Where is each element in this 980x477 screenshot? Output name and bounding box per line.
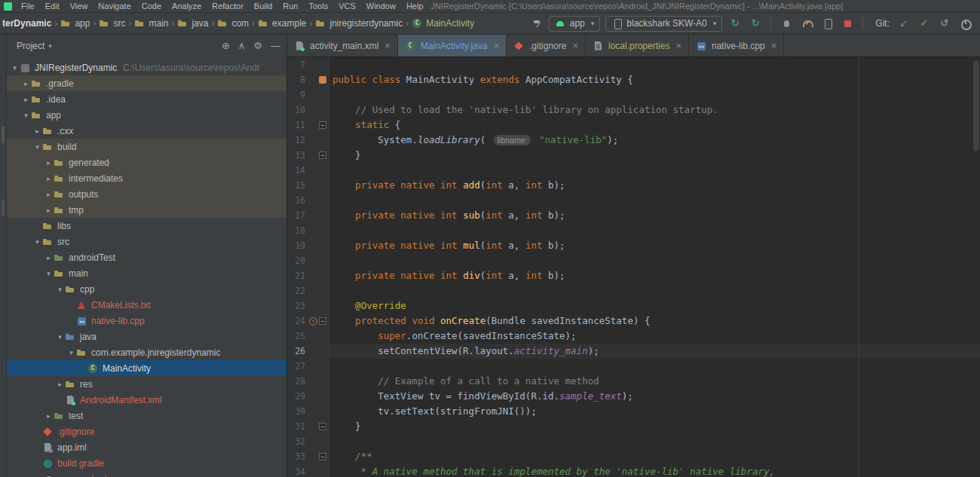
code-text[interactable] (329, 359, 980, 374)
code-text[interactable]: } (329, 419, 980, 434)
fold-marker-icon[interactable]: − (319, 317, 326, 325)
tree-expand-icon[interactable]: ▸ (44, 175, 54, 182)
close-tab-icon[interactable]: × (572, 42, 578, 50)
tree-expand-icon[interactable]: ▸ (32, 127, 42, 135)
tree-item-cmakelists-txt[interactable]: CMakeLists.txt (7, 297, 286, 313)
tab-mainactivity-java[interactable]: MainActivity.java× (398, 35, 507, 57)
hide-panel-icon[interactable]: — (271, 41, 280, 51)
code-text[interactable] (329, 223, 980, 238)
code-line-31[interactable]: 31− } (287, 419, 980, 434)
code-line-18[interactable]: 18 (287, 223, 980, 238)
menu-refactor[interactable]: Refactor (207, 1, 249, 11)
code-line-11[interactable]: 11− static { (287, 118, 980, 133)
tree-item-outputs[interactable]: ▸outputs (7, 186, 286, 202)
device-manager-icon[interactable] (819, 16, 835, 31)
code-text[interactable]: private native int mul(int a, int b); (329, 238, 980, 253)
scrollbar-thumb[interactable] (973, 60, 979, 151)
tab-native-lib-cpp[interactable]: native-lib.cpp× (689, 35, 784, 57)
tree-item-mainactivity[interactable]: MainActivity (7, 360, 286, 376)
close-tab-icon[interactable]: × (771, 42, 777, 50)
menu-tools[interactable]: Tools (303, 1, 333, 11)
tree-item-build-gradle[interactable]: build.gradle (7, 455, 286, 471)
run-configuration-selector[interactable]: app▾ (549, 16, 601, 32)
device-selector[interactable]: blackshark SKW-A0▾ (605, 16, 722, 32)
code-line-33[interactable]: 33− /** (287, 449, 980, 464)
tree-item-generated[interactable]: ▸generated (7, 154, 286, 170)
code-line-29[interactable]: 29 TextView tv = findViewById(R.id.sampl… (287, 389, 980, 404)
code-text[interactable]: static { (329, 118, 980, 133)
code-text[interactable]: protected void onCreate(Bundle savedInst… (329, 313, 980, 329)
settings-icon[interactable]: ⚙ (253, 41, 262, 51)
code-line-13[interactable]: 13− } (287, 148, 980, 163)
editor[interactable]: 78public class MainActivity extends AppC… (287, 57, 980, 477)
close-tab-icon[interactable]: × (493, 42, 499, 50)
menu-file[interactable]: File (16, 1, 40, 11)
menu-view[interactable]: View (65, 1, 93, 11)
code-text[interactable]: private native int div(int a, int b); (329, 268, 980, 283)
tree-item-gradle[interactable]: ▸.gradle (7, 75, 286, 91)
editor-scrollbar[interactable] (972, 57, 980, 477)
code-line-27[interactable]: 27 (287, 359, 980, 374)
breadcrumb-item-app[interactable]: app (59, 17, 91, 29)
tree-item-cpp[interactable]: ▾cpp (7, 281, 286, 297)
code-text[interactable]: System.loadLibrary( libname: "native-lib… (329, 133, 980, 148)
menu-code[interactable]: Code (136, 1, 167, 11)
code-text[interactable] (329, 193, 980, 208)
tree-expand-icon[interactable]: ▸ (44, 191, 54, 198)
breadcrumb-item-terdynamic[interactable]: terDynamic (1, 17, 53, 29)
code-text[interactable]: tv.setText(stringFromJNI()); (329, 404, 980, 419)
tree-expand-icon[interactable]: ▸ (44, 412, 54, 420)
code-line-32[interactable]: 32 (287, 434, 980, 449)
breadcrumb-item-com[interactable]: com (216, 17, 250, 29)
attach-debugger-icon[interactable] (779, 16, 794, 31)
tree-expand-icon[interactable]: ▾ (44, 270, 54, 277)
code-line-14[interactable]: 14 (287, 163, 980, 178)
tree-item-app-iml[interactable]: app.iml (7, 439, 286, 455)
menu-analyze[interactable]: Analyze (167, 1, 207, 11)
close-tab-icon[interactable]: × (675, 42, 681, 50)
apply-changes-icon[interactable] (727, 16, 743, 31)
code-line-15[interactable]: 15 private native int add(int a, int b); (287, 178, 980, 193)
tree-expand-icon[interactable]: ▸ (21, 96, 31, 103)
breadcrumb-item-src[interactable]: src (97, 17, 127, 29)
tree-item-com-example-jniregisterdynamic[interactable]: ▾com.example.jniregisterdynamic (7, 344, 286, 360)
code-text[interactable] (329, 434, 980, 449)
tree-expand-icon[interactable]: ▾ (55, 286, 65, 293)
tree-item-idea[interactable]: ▸.idea (7, 91, 286, 107)
code-text[interactable]: // Used to load the 'native-lib' library… (329, 102, 980, 118)
code-text[interactable] (329, 283, 980, 298)
menu-window[interactable]: Window (361, 1, 401, 11)
code-text[interactable] (329, 57, 980, 72)
menu-build[interactable]: Build (249, 1, 277, 11)
fold-marker-icon[interactable]: − (319, 423, 326, 430)
code-line-25[interactable]: 25 super.onCreate(savedInstanceState); (287, 329, 980, 344)
locate-file-icon[interactable]: ⊕ (222, 41, 230, 51)
tool-window-stripe[interactable] (0, 35, 7, 477)
tree-expand-icon[interactable]: ▾ (55, 333, 65, 341)
code-line-20[interactable]: 20 (287, 253, 980, 268)
tree-expand-icon[interactable]: ▾ (66, 349, 76, 356)
git-rollback-icon[interactable] (937, 16, 952, 31)
tab-gitignore[interactable]: .gitignore× (507, 35, 586, 57)
class-gutter-icon[interactable] (319, 76, 326, 84)
code-line-17[interactable]: 17 private native int sub(int a, int b); (287, 208, 980, 223)
code-line-9[interactable]: 9 (287, 87, 980, 102)
code-text[interactable]: setContentView(R.layout.activity_main); (329, 344, 980, 359)
code-text[interactable]: private native int add(int a, int b); (329, 178, 980, 193)
code-line-8[interactable]: 8public class MainActivity extends AppCo… (287, 72, 980, 87)
tree-item-main[interactable]: ▾main (7, 265, 286, 281)
sync-project-icon[interactable] (748, 16, 763, 31)
tree-item-androidmanifest-xml[interactable]: AndroidManifest.xml (7, 392, 286, 408)
fold-marker-icon[interactable]: − (319, 121, 326, 129)
code-line-24[interactable]: 24↑− protected void onCreate(Bundle save… (287, 313, 980, 329)
code-line-28[interactable]: 28 // Example of a call to a native meth… (287, 374, 980, 389)
tree-item-cxx[interactable]: ▸.cxx (7, 123, 286, 139)
code-text[interactable]: // Example of a call to a native method (329, 374, 980, 389)
code-line-21[interactable]: 21 private native int div(int a, int b); (287, 268, 980, 283)
collapse-all-icon[interactable]: ∧ (238, 41, 246, 51)
tree-item-proguard-rules-pro[interactable]: proguard-rules.pro (7, 471, 286, 477)
code-line-7[interactable]: 7 (287, 57, 980, 72)
code-line-19[interactable]: 19 private native int mul(int a, int b); (287, 238, 980, 253)
tree-item-native-lib-cpp[interactable]: native-lib.cpp (7, 313, 286, 329)
tree-expand-icon[interactable]: ▾ (32, 143, 42, 151)
